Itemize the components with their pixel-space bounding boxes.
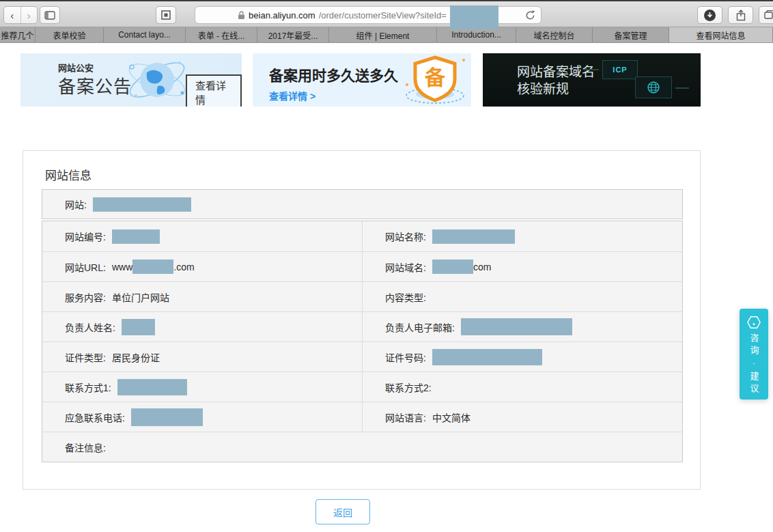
field-value: 中文简体 [432,410,470,424]
sidebar-toggle-button[interactable] [40,6,60,24]
field-label: 内容类型: [385,290,426,304]
consult-feedback-widget[interactable]: 咨询·建议 [740,309,768,400]
browser-toolbar: ‹ › beian.aliyun.com/order/customerSiteV… [0,0,773,27]
tab-beian-manage[interactable]: 备案管理 [593,27,669,42]
field-value: 居民身份证 [112,350,160,364]
tab-element[interactable]: 组件 | Element [329,27,437,42]
field-label: 应急联系电话: [65,410,125,424]
cell-id-number: 证件号码: [362,342,682,372]
tab-form-online[interactable]: 表单 - 在线... [186,27,257,42]
forward-icon: › [27,10,31,20]
www-globe-icon [647,81,660,94]
tab-bar: 推荐几个 表单校验 Contact layo... 表单 - 在线... 201… [0,27,773,43]
back-icon: ‹ [10,10,14,20]
redacted-site-id [450,5,498,29]
table-row-site: 网站: [42,189,683,219]
cell-site-number: 网站编号: [42,221,362,251]
globe-icon [120,53,195,107]
tabs-overview-icon [764,10,773,20]
refresh-button[interactable] [524,10,536,24]
page-view-button[interactable] [156,6,176,24]
cell-owner-name: 负责人姓名: [42,312,362,341]
banner-icp-rules[interactable]: 网站备案域名 核验新规 ICP [483,53,701,107]
tab-form-check[interactable]: 表单校验 [36,27,104,42]
table-body: 网站编号: 网站名称: 网站URL: www.com [42,221,683,462]
redacted-value [432,349,542,365]
download-icon [704,10,716,21]
tab-contact[interactable]: Contact layo... [104,27,186,42]
cell-site: 网站: [42,190,682,219]
cell-site-name: 网站名称: [362,221,682,251]
redacted-value [117,379,187,395]
redacted-value [432,229,515,244]
decor-dash [584,69,599,70]
cell-site-domain: 网站域名: com [362,252,682,281]
redacted-value [93,197,191,212]
return-button[interactable]: 返回 [315,499,370,524]
table-row: 网站编号: 网站名称: [42,221,682,251]
field-label: 网站: [65,197,87,211]
banner-promo-link[interactable]: 查看详情 > [269,89,315,102]
field-value: 单位门户网站 [112,290,169,304]
field-label: 证件类型: [65,350,106,364]
tab-domain-console[interactable]: 域名控制台 [516,27,593,42]
tab-introduction[interactable]: Introduction... [437,27,516,42]
beian-shield-icon: 备 [397,53,471,107]
field-label: 证件号码: [385,350,426,364]
svg-text:备: 备 [425,66,446,89]
cell-id-type: 证件类型: 居民身份证 [42,342,362,372]
consult-label: 咨询·建议 [750,333,759,396]
field-label: 网站域名: [385,260,426,274]
back-button[interactable]: ‹ [4,7,20,23]
downloads-button[interactable] [697,6,722,24]
cell-owner-email: 负责人电子邮箱: [362,312,682,341]
banner-promo-title: 备案用时多久送多久 [269,64,398,85]
nav-button-group: ‹ › [3,6,38,24]
redacted-value [461,318,572,335]
page-title: 网站信息 [45,166,92,183]
table-row: 网站URL: www.com 网站域名: com [42,251,682,281]
redacted-value [122,319,155,335]
field-label: 联系方式2: [385,380,432,394]
site-info-table: 网站: 网站编号: 网站名称: [42,189,683,462]
table-row-remarks: 备注信息: [42,432,682,462]
cell-contact2: 联系方式2: [362,372,682,402]
square-in-square-icon [161,10,171,20]
show-all-tabs-button[interactable] [759,6,773,24]
address-bar[interactable]: beian.aliyun.com/order/customerSiteView?… [195,6,542,24]
banner-icp-text: 网站备案域名 核验新规 [517,64,595,98]
site-info-card: 网站信息 网站: 网站编号: 网站名称: [23,150,701,490]
url-path: /order/customerSiteView?siteId= [319,10,447,20]
forward-button[interactable]: › [20,7,38,23]
hexagon-chat-icon [746,316,761,329]
cell-remarks: 备注信息: [42,432,682,462]
field-label: 服务内容: [65,290,106,304]
banner-icp-line2: 核验新规 [517,81,595,98]
tab-recommend[interactable]: 推荐几个 [0,27,36,42]
tab-site-info-active[interactable]: 查看网站信息 [669,27,773,42]
banner-icp-line1: 网站备案域名 [517,64,595,81]
redacted-value [112,229,160,244]
field-value: www.com [112,260,195,274]
banner-police-detail-button[interactable]: 查看详情 [186,74,242,107]
url-domain: beian.aliyun.com [249,10,315,20]
cell-site-language: 网站语言: 中文简体 [362,402,682,432]
share-button[interactable] [728,6,753,24]
cell-contact1: 联系方式1: [42,372,362,402]
refresh-icon [524,10,536,21]
field-label: 备注信息: [65,440,106,454]
share-icon [736,10,746,21]
table-row: 负责人姓名: 负责人电子邮箱: [42,311,682,341]
cell-service-content: 服务内容: 单位门户网站 [42,282,362,311]
field-label: 负责人姓名: [65,320,115,334]
lock-icon [238,11,245,20]
table-row: 联系方式1: 联系方式2: [42,372,682,402]
redacted-value [432,260,473,274]
table-row: 证件类型: 居民身份证 证件号码: [42,341,682,372]
www-globe-badge [635,76,672,98]
banner-promo[interactable]: 备案用时多久送多久 查看详情 > 备 [253,53,471,107]
banner-police-notice[interactable]: 网站公安 备案公告 查看详情 [20,53,242,107]
field-label: 联系方式1: [65,380,111,394]
tab-2017[interactable]: 2017年最受... [257,27,329,42]
cell-emergency-phone: 应急联系电话: [42,402,362,432]
